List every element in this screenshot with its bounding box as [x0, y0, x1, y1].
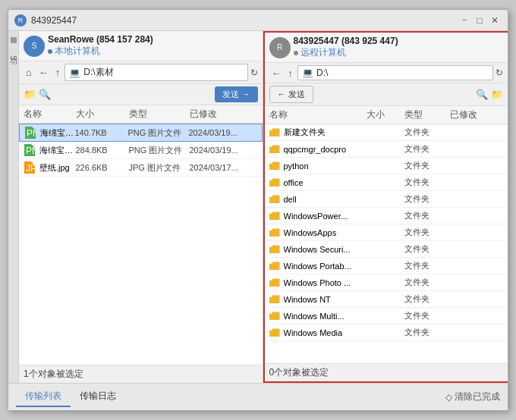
remote-up-btn[interactable]: ↑ [286, 67, 296, 80]
side-label-s: S [9, 55, 17, 61]
local-header-info: SeanRowe (854 157 284) 本地计算机 [48, 34, 258, 58]
remote-path-bar: 💻 D:\ [297, 65, 493, 80]
local-search-btn[interactable]: 🔍 [39, 89, 51, 100]
local-up-btn[interactable]: ↑ [53, 66, 63, 79]
local-send-btn[interactable]: 发送 → [215, 86, 257, 102]
local-panel-sublabel: 本地计算机 [55, 45, 100, 58]
local-file-name-0: PNG 海绵宝宝2.png [24, 127, 75, 139]
local-file-row-2[interactable]: JPG 壁纸.jpg 226.6KB JPG 图片文件 2024/03/17..… [19, 159, 263, 177]
remote-status-dot [294, 51, 298, 55]
remote-folder-row-10[interactable]: Windows NT 文件夹 [265, 291, 508, 308]
local-file-row-1[interactable]: PNG 海绵宝宝1.png 284.8KB PNG 图片文件 2024/03/1… [19, 142, 263, 159]
remote-folder-name-3: office [269, 178, 367, 187]
remote-folder-name-9: Windows Photo ... [269, 278, 367, 287]
remote-col-type: 类型 [404, 108, 450, 121]
tab-transfer-log[interactable]: 传输日志 [71, 387, 125, 407]
remote-folder-row-2[interactable]: python 文件夹 [265, 158, 508, 174]
remote-folder-name-6: WindowsApps [269, 228, 367, 237]
local-toolbar: 📁 🔍 发送 → [19, 84, 263, 105]
remote-folder-name-8: Windows Portab... [269, 262, 367, 271]
remote-folder-row-8[interactable]: Windows Portab... 文件夹 [265, 258, 508, 274]
app-icon: R [14, 14, 27, 27]
remote-folder-name-12: Windows Media [269, 328, 367, 337]
remote-folder-row-7[interactable]: Windows Securi... 文件夹 [265, 241, 508, 258]
local-size-1: 284.8KB [76, 146, 129, 155]
local-new-folder-btn[interactable]: 📁 [24, 89, 36, 100]
close-button[interactable]: ✕ [488, 14, 502, 27]
remote-panel-sublabel: 远程计算机 [300, 46, 346, 59]
local-back-btn[interactable]: ← [36, 66, 51, 79]
minimize-button[interactable]: － [458, 14, 471, 27]
remote-foldername-1: qqpcmgr_docpro [284, 145, 347, 154]
remote-folder-row-9[interactable]: Windows Photo ... 文件夹 [265, 274, 508, 291]
local-file-row-0[interactable]: PNG 海绵宝宝2.png 140.7KB PNG 图片文件 2024/03/1… [19, 124, 263, 142]
remote-folder-row-5[interactable]: WindowsPower... 文件夹 [265, 208, 508, 224]
folder-icon-6 [269, 228, 280, 237]
local-col-size: 大小 [76, 108, 129, 121]
remote-foldername-9: Windows Photo ... [284, 278, 351, 287]
titlebar: R 843925447 － □ ✕ [8, 10, 508, 31]
local-refresh-btn[interactable]: ↻ [250, 67, 258, 78]
local-modified-1: 2024/03/19... [190, 146, 258, 155]
remote-foldername-3: office [284, 178, 304, 187]
remote-path-text: D:\ [316, 67, 328, 78]
svg-text:PNG: PNG [27, 128, 36, 139]
remote-foldername-12: Windows Media [284, 328, 343, 337]
remote-folder-row-4[interactable]: dell 文件夹 [265, 191, 508, 208]
remote-foldername-7: Windows Securi... [284, 245, 351, 254]
tab-transfer-list[interactable]: 传输列表 [16, 387, 71, 407]
folder-icon-1 [269, 145, 280, 153]
remote-foldername-8: Windows Portab... [284, 262, 351, 271]
remote-status-bar: 0个对象被选定 [265, 363, 508, 381]
local-type-1: PNG 图片文件 [129, 145, 190, 156]
main-window: R 843925447 － □ ✕ 功 S S SeanRowe (854 15… [8, 9, 508, 411]
remote-foldername-2: python [284, 161, 309, 171]
local-col-type: 类型 [129, 108, 190, 121]
remote-foldername-0: 新建文件夹 [284, 127, 326, 138]
remote-back-btn[interactable]: ← [269, 67, 284, 80]
remote-folder-row-6[interactable]: WindowsApps 文件夹 [265, 224, 508, 241]
remote-search-btn[interactable]: 🔍 [476, 89, 488, 100]
local-panel-header: S SeanRowe (854 157 284) 本地计算机 [19, 31, 263, 61]
remote-folder-row-11[interactable]: Windows Multi... 文件夹 [265, 308, 508, 324]
titlebar-left: R 843925447 [14, 14, 77, 27]
remote-folder-row-1[interactable]: qqpcmgr_docpro 文件夹 [265, 141, 508, 158]
png-icon-0: PNG [24, 127, 36, 139]
remote-folder-name-7: Windows Securi... [269, 245, 367, 254]
remote-foldername-10: Windows NT [284, 295, 331, 304]
remote-nav-bar: ← ↑ 💻 D:\ ↻ [265, 63, 508, 83]
folder-icon-0 [269, 128, 280, 136]
remote-folder-row-12[interactable]: Windows Media 文件夹 [265, 324, 508, 341]
folder-icon-2 [269, 161, 280, 170]
remote-recv-btn[interactable]: ← 发送 [269, 86, 313, 103]
remote-folder-name-5: WindowsPower... [269, 212, 367, 221]
folder-icon-8 [269, 262, 280, 270]
local-home-btn[interactable]: ⌂ [24, 66, 34, 79]
remote-folder-row-0[interactable]: 新建文件夹 文件夹 [265, 124, 508, 141]
svg-text:JPG: JPG [26, 163, 36, 174]
clear-label: 清除已完成 [455, 390, 500, 403]
remote-folder-name-11: Windows Multi... [269, 312, 367, 321]
local-panel: S SeanRowe (854 157 284) 本地计算机 ⌂ ← ↑ [19, 31, 263, 383]
side-indicator-1 [11, 37, 17, 43]
local-status-bar: 1个对象被选定 [19, 365, 263, 383]
remote-folder-row-3[interactable]: office 文件夹 [265, 174, 508, 191]
remote-foldername-5: WindowsPower... [284, 212, 348, 221]
local-filename-2: 壁纸.jpg [39, 162, 70, 174]
remote-header-info: 843925447 (843 925 447) 远程计算机 [294, 36, 504, 59]
remote-folder-name-2: python [269, 161, 367, 171]
maximize-button[interactable]: □ [473, 14, 486, 27]
local-drive-icon: 💻 [69, 67, 80, 78]
clear-icon: ◇ [445, 392, 452, 403]
bottom-bar: 传输列表 传输日志 ◇ 清除已完成 [8, 383, 508, 410]
remote-refresh-btn[interactable]: ↻ [496, 67, 503, 78]
remote-panel-sub: 远程计算机 [294, 46, 504, 59]
clear-completed-btn[interactable]: ◇ 清除已完成 [445, 390, 500, 403]
local-status-text: 1个对象被选定 [24, 368, 83, 379]
local-panel-name: SeanRowe (854 157 284) [48, 34, 258, 45]
remote-folder-btn[interactable]: 📁 [491, 89, 503, 100]
remote-drive-icon: 💻 [302, 67, 313, 78]
folder-icon-5 [269, 212, 280, 220]
remote-folder-name-1: qqpcmgr_docpro [269, 145, 367, 154]
remote-folder-name-4: dell [269, 195, 367, 204]
